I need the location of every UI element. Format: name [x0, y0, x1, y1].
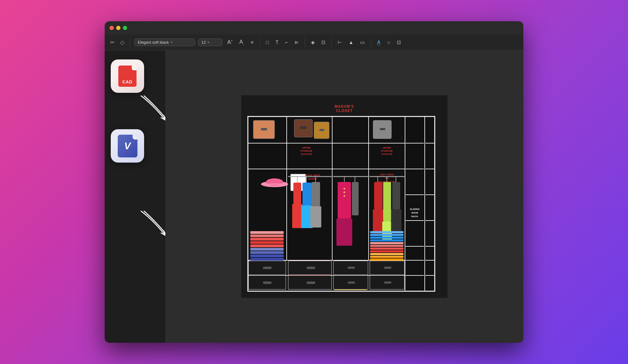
svg-rect-93: [370, 239, 403, 241]
svg-rect-91: [370, 234, 403, 236]
svg-rect-55: [373, 209, 384, 234]
size-select-chevron: ▾: [208, 40, 209, 44]
toolbar: ✂ ◇ Elegant soft black ▾ 12 ▾ A+ A- ≡ □ …: [105, 35, 523, 50]
titlebar: [105, 21, 523, 35]
svg-text:(covered): (covered): [381, 153, 392, 155]
svg-rect-60: [392, 182, 400, 209]
svg-text:STORAGE: STORAGE: [381, 150, 393, 152]
svg-rect-94: [370, 242, 403, 244]
minimize-button[interactable]: [116, 26, 120, 30]
svg-text:SLIDING: SLIDING: [410, 208, 420, 211]
fullscreen-button[interactable]: [123, 26, 127, 30]
svg-point-49: [344, 192, 345, 193]
sidebar: CAD V: [105, 50, 165, 343]
svg-rect-47: [336, 218, 352, 246]
fill-color-icon[interactable]: A̲: [375, 38, 382, 46]
font-down-icon[interactable]: A-: [238, 38, 246, 47]
cad-label: CAD: [122, 79, 132, 84]
closet-svg: UPPER STORAGE (covered) UPPER STORAGE (c…: [247, 116, 435, 292]
svg-rect-111: [263, 267, 272, 269]
pointer-icon[interactable]: ◇: [119, 38, 126, 47]
svg-text:UPPER: UPPER: [383, 147, 391, 149]
svg-rect-44: [310, 206, 321, 228]
font-size-select[interactable]: 12 ▾: [198, 39, 222, 46]
cad-app-icon[interactable]: CAD: [111, 59, 144, 93]
svg-rect-115: [348, 267, 355, 269]
visio-app-icon[interactable]: V: [111, 129, 144, 163]
font-size-label: 12: [201, 40, 206, 45]
close-button[interactable]: [110, 26, 114, 30]
svg-rect-117: [384, 267, 391, 269]
align-left-icon[interactable]: ⊢: [336, 38, 344, 46]
scissors-icon[interactable]: ✂: [109, 38, 116, 47]
svg-rect-99: [370, 256, 403, 258]
font-select-chevron: ▾: [171, 40, 173, 44]
svg-rect-61: [391, 209, 401, 234]
toolbar-divider-5: [371, 38, 371, 47]
text-icon[interactable]: T: [274, 39, 280, 46]
svg-rect-37: [293, 183, 301, 204]
visio-icon-inner: V: [118, 135, 137, 157]
main-area: CAD V: [105, 50, 523, 343]
svg-rect-97: [370, 250, 403, 252]
align-icon[interactable]: ≡: [249, 39, 255, 46]
visio-file-shape: V: [118, 135, 137, 157]
font-name-label: Elegant soft black: [138, 40, 169, 45]
svg-rect-26: [266, 184, 283, 185]
svg-rect-144: [380, 128, 385, 130]
svg-rect-123: [348, 281, 355, 284]
svg-text:STORAGE: STORAGE: [300, 150, 312, 152]
closet-title: MADAM'S CLOSET: [247, 104, 441, 113]
crop-icon[interactable]: ⊡: [395, 38, 403, 46]
svg-rect-11: [261, 128, 267, 130]
svg-rect-73: [250, 258, 284, 261]
main-window: ✂ ◇ Elegant soft black ▾ 12 ▾ A+ A- ≡ □ …: [105, 21, 523, 343]
svg-rect-66: [250, 234, 284, 237]
svg-rect-67: [250, 238, 284, 241]
svg-rect-71: [250, 251, 284, 254]
toolbar-divider-2: [260, 38, 260, 47]
angle-icon[interactable]: ⌐: [283, 39, 290, 46]
svg-rect-113: [307, 267, 315, 269]
svg-rect-15: [319, 129, 324, 131]
canvas-area[interactable]: MADAM'S CLOSET: [165, 50, 523, 343]
toolbar-divider-3: [305, 38, 305, 47]
svg-rect-13: [300, 126, 306, 129]
toolbar-divider-4: [331, 38, 332, 47]
cad-icon-inner: CAD: [118, 66, 137, 87]
circle-icon[interactable]: ○: [385, 39, 392, 46]
svg-rect-92: [370, 237, 403, 239]
visio-app-icon-wrapper: V: [111, 129, 144, 163]
svg-rect-68: [250, 241, 284, 244]
svg-text:RACK: RACK: [411, 215, 418, 218]
svg-rect-90: [370, 231, 403, 233]
svg-rect-57: [383, 182, 391, 221]
svg-text:(covered): (covered): [301, 153, 312, 155]
closet-diagram-container: MADAM'S CLOSET: [241, 95, 447, 298]
svg-rect-43: [312, 182, 320, 206]
svg-rect-70: [250, 248, 284, 251]
image-icon[interactable]: ⊡: [319, 38, 327, 46]
svg-rect-121: [307, 281, 315, 284]
svg-rect-100: [370, 258, 403, 261]
layers-icon[interactable]: ◈: [309, 38, 316, 46]
rect-icon[interactable]: □: [264, 39, 271, 46]
font-select[interactable]: Elegant soft black ▾: [134, 39, 195, 46]
svg-rect-52: [352, 182, 359, 215]
triangle-icon[interactable]: ▲: [347, 39, 355, 46]
svg-rect-98: [370, 253, 403, 255]
svg-text:UPPER: UPPER: [302, 147, 311, 149]
svg-rect-96: [370, 248, 403, 250]
svg-rect-40: [302, 183, 312, 205]
rect2-icon[interactable]: ▭: [358, 38, 366, 46]
svg-rect-95: [370, 245, 403, 247]
svg-rect-72: [250, 254, 284, 257]
svg-rect-65: [250, 231, 284, 234]
visio-label: V: [124, 140, 130, 152]
font-up-icon[interactable]: A+: [225, 38, 235, 47]
cursor2-icon[interactable]: ⊳: [293, 38, 300, 46]
cad-app-icon-wrapper: CAD: [111, 59, 144, 93]
svg-text:SHOE: SHOE: [411, 211, 418, 214]
svg-rect-54: [374, 182, 383, 209]
svg-rect-69: [250, 244, 284, 247]
